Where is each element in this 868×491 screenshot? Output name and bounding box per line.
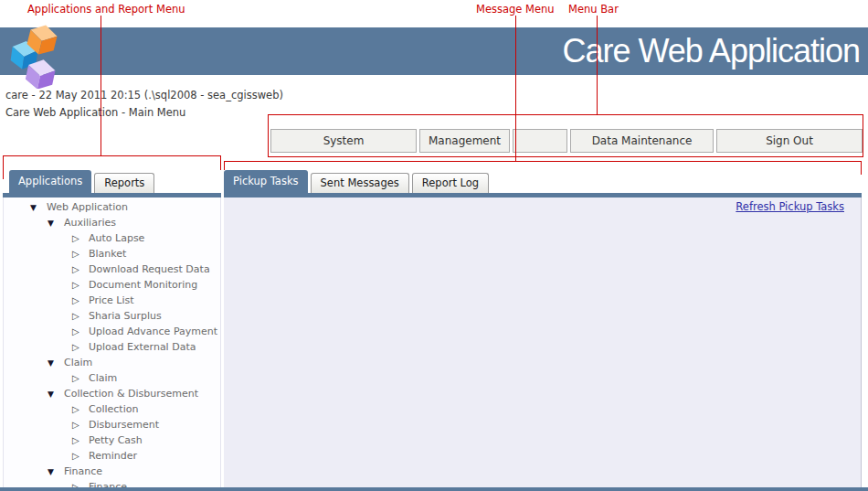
- right-panel-tabs: Pickup Tasks Sent Messages Report Log: [224, 169, 489, 193]
- three-cubes-logo-icon: [2, 23, 64, 89]
- tree-item-download-request-data[interactable]: Download Request Data: [4, 262, 220, 277]
- app-logo: [2, 23, 64, 92]
- refresh-pickup-tasks-link[interactable]: Refresh Pickup Tasks: [736, 200, 844, 213]
- annotation-left-bracket-tick: [3, 155, 4, 179]
- tree-item-finance[interactable]: Finance: [4, 479, 220, 487]
- triangle-right-icon[interactable]: [72, 233, 89, 243]
- left-panel-tabs: Applications Reports: [3, 170, 154, 193]
- triangle-right-icon[interactable]: [72, 420, 89, 430]
- annotation-right-bracket-tick: [861, 161, 862, 175]
- annotation-right-bracket: [224, 161, 862, 162]
- tree-item-blanket[interactable]: Blanket: [4, 246, 220, 262]
- tree-item-collection-disbursement-group[interactable]: Collection & Disbursement: [4, 386, 220, 401]
- tree-item-disbursement[interactable]: Disbursement: [4, 417, 220, 432]
- annotation-menu-bar-label: Menu Bar: [568, 3, 619, 16]
- annotation-callout-line: [101, 16, 101, 155]
- tab-pickup-tasks[interactable]: Pickup Tasks: [224, 170, 308, 193]
- tree-item-upload-advance-payment[interactable]: Upload Advance Payment: [4, 324, 220, 339]
- app-title: Care Web Application: [562, 32, 860, 70]
- bottom-strip: [0, 487, 868, 491]
- triangle-right-icon[interactable]: [72, 280, 89, 290]
- triangle-down-icon[interactable]: [48, 358, 64, 368]
- triangle-right-icon[interactable]: [72, 326, 89, 336]
- care-web-application-screen: Applications and Report Menu Message Men…: [0, 0, 868, 491]
- triangle-right-icon[interactable]: [72, 373, 89, 383]
- triangle-right-icon[interactable]: [72, 264, 89, 274]
- tree-item-reminder[interactable]: Reminder: [4, 448, 220, 464]
- triangle-down-icon[interactable]: [48, 219, 64, 228]
- tree-item-petty-cash[interactable]: Petty Cash: [4, 432, 220, 448]
- annotation-right-bracket-tick: [224, 161, 225, 170]
- tree-item-collection[interactable]: Collection: [4, 401, 220, 417]
- tab-sent-messages[interactable]: Sent Messages: [311, 173, 409, 193]
- triangle-right-icon[interactable]: [72, 404, 89, 414]
- page-breadcrumb: Care Web Application - Main Menu: [5, 106, 185, 119]
- annotation-left-bracket: [3, 155, 221, 156]
- applications-tree-panel: Web Application Auxiliaries Auto Lapse B…: [3, 197, 221, 487]
- tab-applications[interactable]: Applications: [9, 170, 91, 193]
- triangle-down-icon[interactable]: [30, 203, 47, 212]
- tab-report-log[interactable]: Report Log: [412, 173, 489, 193]
- tab-reports[interactable]: Reports: [94, 173, 154, 193]
- triangle-right-icon[interactable]: [72, 249, 89, 259]
- tree-item-price-list[interactable]: Price List: [4, 293, 220, 308]
- tree-item-auxiliaries[interactable]: Auxiliaries: [4, 215, 220, 230]
- triangle-right-icon[interactable]: [72, 295, 89, 305]
- annotation-applications-report-menu-label: Applications and Report Menu: [27, 3, 185, 16]
- annotation-menu-bar-box: [268, 114, 863, 157]
- triangle-right-icon[interactable]: [72, 451, 89, 461]
- tree-item-finance-group[interactable]: Finance: [4, 464, 220, 479]
- tree-item-claim-group[interactable]: Claim: [4, 355, 220, 370]
- annotation-left-bracket-tick: [220, 155, 221, 170]
- tree-item-claim[interactable]: Claim: [4, 370, 220, 386]
- tree-item-web-application[interactable]: Web Application: [4, 199, 220, 215]
- triangle-right-icon[interactable]: [72, 342, 89, 352]
- annotation-callout-line: [597, 16, 598, 114]
- triangle-down-icon[interactable]: [48, 467, 64, 476]
- pickup-tasks-panel: Refresh Pickup Tasks: [224, 197, 862, 487]
- tree-item-upload-external-data[interactable]: Upload External Data: [4, 339, 220, 355]
- triangle-down-icon[interactable]: [48, 390, 64, 399]
- triangle-right-icon[interactable]: [72, 435, 89, 445]
- tree-item-document-monitoring[interactable]: Document Monitoring: [4, 277, 220, 293]
- tree-item-sharia-surplus[interactable]: Sharia Surplus: [4, 308, 220, 324]
- triangle-right-icon[interactable]: [72, 311, 89, 321]
- annotation-message-menu-label: Message Menu: [476, 3, 555, 16]
- tree-item-auto-lapse[interactable]: Auto Lapse: [4, 230, 220, 246]
